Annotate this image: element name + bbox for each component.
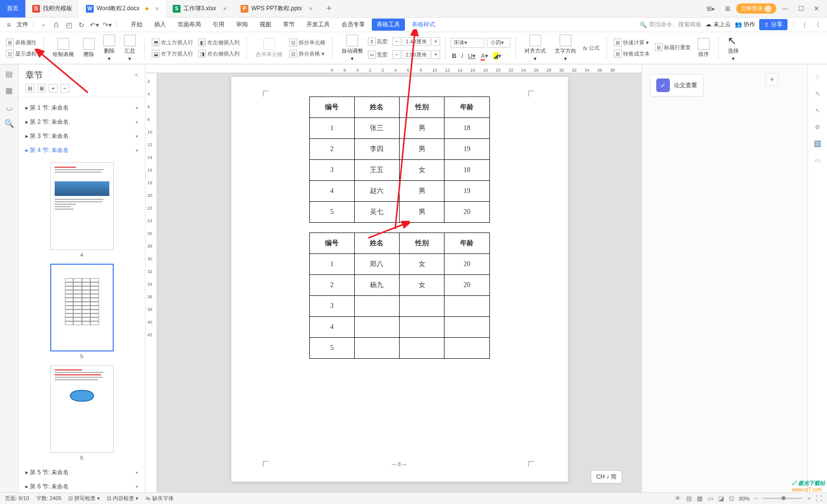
insert-left-button[interactable]: ◧在左侧插入列: [196, 38, 242, 47]
increase-button[interactable]: +: [431, 50, 440, 59]
refresh-icon[interactable]: ↻: [77, 20, 86, 30]
maximize-button[interactable]: ☐: [794, 3, 808, 14]
table-cell[interactable]: 20: [444, 275, 489, 296]
sort-button[interactable]: 排序: [694, 36, 713, 60]
table-header-cell[interactable]: 性别: [400, 233, 444, 254]
merge-cells-button[interactable]: 合并单元格: [252, 36, 286, 60]
page-count[interactable]: 页面: 8/10: [5, 495, 29, 502]
table-cell[interactable]: [444, 296, 489, 317]
table-header-cell[interactable]: 姓名: [354, 97, 399, 118]
table-cell[interactable]: 王五: [354, 160, 399, 181]
view-eye-icon[interactable]: 👁: [675, 495, 681, 502]
close-panel-icon[interactable]: ×: [135, 72, 138, 78]
word-count[interactable]: 字数: 2405: [36, 495, 62, 502]
split-table-button[interactable]: ⊟拆分表格▾: [287, 49, 327, 58]
erase-button[interactable]: 擦除: [79, 36, 99, 60]
table-cell[interactable]: 杨九: [354, 275, 399, 296]
table-header-cell[interactable]: 年龄: [444, 233, 489, 254]
ruler-horizontal[interactable]: 86422468101214161820222426283032343638: [145, 64, 642, 73]
toolbox-icon[interactable]: ♢: [815, 74, 820, 81]
table-cell[interactable]: [444, 338, 489, 359]
table-cell[interactable]: 2: [309, 275, 354, 296]
search-input[interactable]: 🔍 查找命令、搜索模板: [640, 20, 702, 29]
tool-reduce-icon[interactable]: ⊟: [25, 84, 34, 93]
chapter-item[interactable]: ▸ 第 4 节: 未命名▾: [19, 143, 145, 157]
page-scroll[interactable]: 编号姓名性别年龄1张三男182李四男193王五女184赵六男195吴七男20 编…: [157, 73, 642, 492]
outline-icon[interactable]: ▤: [4, 68, 15, 79]
table-cell[interactable]: [444, 317, 489, 338]
chapter-item[interactable]: ▸ 第 6 节: 未命名▾: [19, 480, 145, 492]
close-icon[interactable]: ×: [309, 5, 313, 13]
close-window-button[interactable]: ✕: [810, 3, 823, 14]
table-cell[interactable]: 1: [309, 254, 354, 275]
ime-indicator[interactable]: CH ♪ 简: [591, 470, 622, 484]
fullscreen-icon[interactable]: ⛶: [816, 495, 822, 502]
table-cell[interactable]: 5: [309, 338, 354, 359]
show-border-button[interactable]: ⊡显示虚框: [4, 49, 39, 58]
table-header-cell[interactable]: 编号: [309, 97, 354, 118]
tab-reference[interactable]: 引用: [208, 19, 229, 31]
italic-button[interactable]: I: [460, 52, 464, 59]
table-cell[interactable]: 18: [444, 118, 489, 139]
tab-ppt[interactable]: PWPS PPT教程.pptx×: [234, 0, 320, 18]
tab-xlsx[interactable]: S工作簿3.xlsx×: [166, 0, 234, 18]
insert-above-button[interactable]: ⬒在上方插入行: [150, 38, 195, 47]
page-thumbnail[interactable]: [50, 365, 114, 453]
height-control[interactable]: ⇕高度:−1.40厘米+: [368, 36, 440, 47]
table-cell[interactable]: [400, 317, 444, 338]
font-select[interactable]: 宋体 ▾: [450, 38, 484, 48]
ruler-vertical[interactable]: 24681012141618202224262830323436384042: [145, 73, 157, 492]
insert-below-button[interactable]: ⬓在下方插入行: [150, 49, 195, 58]
zoom-out-button[interactable]: −: [755, 495, 759, 502]
document-table-1[interactable]: 编号姓名性别年龄1张三男182李四男193王五女184赵六男195吴七男20: [309, 97, 490, 223]
height-value[interactable]: 1.40厘米: [402, 37, 430, 46]
align-button[interactable]: 对齐方式▾: [521, 33, 550, 64]
to-text-button[interactable]: ⊞转换成文本: [612, 49, 652, 58]
settings-icon[interactable]: ⚙: [815, 124, 820, 131]
table-cell[interactable]: 郑八: [354, 254, 399, 275]
table-header-cell[interactable]: 姓名: [354, 233, 399, 254]
table-cell[interactable]: [400, 296, 444, 317]
table-header-cell[interactable]: 性别: [400, 97, 444, 118]
layout-icon[interactable]: ⊞▸: [703, 3, 719, 14]
preview-icon[interactable]: ◰: [64, 20, 74, 30]
bold-button[interactable]: B: [450, 52, 458, 59]
table-cell[interactable]: 20: [444, 202, 489, 223]
page-thumbnail[interactable]: [50, 264, 114, 351]
close-icon[interactable]: ×: [155, 5, 159, 13]
tab-start[interactable]: 开始: [126, 19, 147, 31]
increase-button[interactable]: +: [431, 37, 440, 46]
search-rail-icon[interactable]: 🔍: [4, 118, 15, 129]
tab-view[interactable]: 视图: [255, 19, 276, 31]
tab-review[interactable]: 审阅: [231, 19, 253, 31]
view-outline-icon[interactable]: ◪: [718, 495, 724, 502]
tab-templates[interactable]: D找稻壳模板: [25, 0, 79, 18]
table-cell[interactable]: 3: [309, 296, 354, 317]
file-menu[interactable]: 文件: [17, 20, 28, 29]
view-page-icon[interactable]: ▤: [686, 495, 692, 502]
tab-member[interactable]: 会员专享: [337, 19, 370, 31]
minimize-button[interactable]: —: [778, 3, 792, 14]
select-tool-icon[interactable]: ↖: [815, 107, 820, 114]
table-cell[interactable]: 男: [400, 118, 444, 139]
table-cell[interactable]: 20: [444, 254, 489, 275]
font-size-select[interactable]: 小四 ▾: [487, 38, 510, 48]
page-thumbnail[interactable]: [50, 162, 114, 250]
collapse-ribbon-icon[interactable]: ㄑ: [813, 20, 823, 30]
share-button[interactable]: ⇧ 分享: [759, 19, 787, 30]
tab-layout[interactable]: 页面布局: [173, 19, 206, 31]
ruler-icon[interactable]: ▦: [4, 85, 15, 96]
table-cell[interactable]: 19: [444, 181, 489, 202]
tab-word-doc[interactable]: WWord教程2.docx×: [79, 0, 166, 18]
tool-remove-icon[interactable]: −: [61, 84, 69, 93]
tab-tablestyle[interactable]: 表格样式: [407, 19, 440, 31]
table-cell[interactable]: 5: [309, 202, 354, 223]
width-value[interactable]: 2.98厘米: [402, 50, 430, 59]
cloud-status[interactable]: ☁ 未上云: [706, 20, 730, 29]
undo-icon[interactable]: ↶▾: [89, 20, 99, 30]
table-cell[interactable]: 张三: [354, 118, 399, 139]
view-web-icon[interactable]: ▦: [697, 495, 703, 502]
read-icon[interactable]: ▭: [815, 157, 820, 164]
chapter-item[interactable]: ▸ 第 2 节: 未命名▾: [19, 115, 145, 129]
table-cell[interactable]: [354, 296, 399, 317]
